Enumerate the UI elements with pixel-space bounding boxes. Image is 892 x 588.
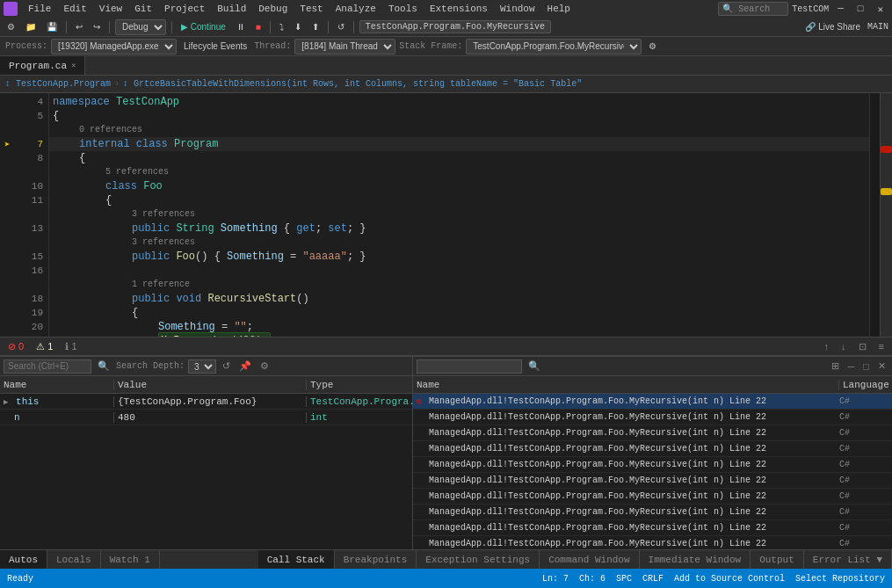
locals-row-this[interactable]: ▶ this {TestConApp.Program.Foo} TestConA… xyxy=(0,394,412,410)
menu-help[interactable]: Help xyxy=(542,3,576,15)
locals-settings-btn[interactable]: ⚙ xyxy=(257,359,272,373)
cs-row-0[interactable]: ⊙ManagedApp.dll!TestConApp.Program.Foo.M… xyxy=(413,394,892,410)
locals-search-btn[interactable]: 🔍 xyxy=(95,359,112,373)
menu-file[interactable]: File xyxy=(23,3,56,15)
gutter-ln10 xyxy=(0,179,14,193)
live-share-btn[interactable]: 🔗 Live Share xyxy=(801,21,864,33)
window-minimize-btn[interactable]: ─ xyxy=(832,3,849,15)
tab-autos[interactable]: Autos xyxy=(0,550,47,569)
breadcrumb-segment2[interactable]: ↕ GrtceBasicTableWithDimensions(int Rows… xyxy=(123,79,582,89)
warning-count-btn[interactable]: ⚠ 1 xyxy=(33,340,55,353)
pause-btn[interactable]: ⏸ xyxy=(233,21,249,33)
callstack-header: Name Language xyxy=(413,376,892,394)
step-over-btn[interactable]: ⤵ xyxy=(276,21,287,33)
nav-next-btn[interactable]: ↓ xyxy=(838,340,849,352)
cs-row-6[interactable]: ManagedApp.dll!TestConApp.Program.Foo.My… xyxy=(413,489,892,505)
tab-exception-settings[interactable]: Exception Settings xyxy=(417,550,540,569)
locals-search-input[interactable] xyxy=(4,359,91,374)
status-spaces: SPC xyxy=(616,574,632,584)
locals-row-this-name: ▶ this xyxy=(0,396,114,407)
menu-tools[interactable]: Tools xyxy=(383,3,423,15)
minimap xyxy=(869,93,880,337)
toolbar-btn-1[interactable]: ⚙ xyxy=(4,21,18,33)
stack-frame-dropdown[interactable]: TestConApp.Program.Foo.MyRecursive xyxy=(466,39,642,54)
locals-panel: 🔍 Search Depth: 3 ↺ 📌 ⚙ Name Value Type … xyxy=(0,357,413,549)
code-line-14-refs: 3 references xyxy=(49,236,869,250)
menu-build[interactable]: Build xyxy=(212,3,251,15)
tab-immediate-window[interactable]: Immediate Window xyxy=(640,550,751,569)
menu-analyze[interactable]: Analyze xyxy=(330,3,381,15)
locals-pin-btn[interactable]: 📌 xyxy=(236,359,254,373)
tab-callstack[interactable]: Call Stack xyxy=(258,550,335,569)
toolbar-btn-2[interactable]: 📁 xyxy=(22,21,40,33)
cs-row-2[interactable]: ManagedApp.dll!TestConApp.Program.Foo.My… xyxy=(413,425,892,441)
stack-frame-selector[interactable]: TestConApp.Program.Foo.MyRecursive xyxy=(359,20,551,33)
tab-close-btn[interactable]: ✕ xyxy=(71,61,76,70)
continue-btn[interactable]: ▶ Continue xyxy=(178,21,229,33)
window-close-btn[interactable]: ✕ xyxy=(872,3,888,16)
locals-row-n[interactable]: n 480 int xyxy=(0,410,412,425)
stop-btn[interactable]: ■ xyxy=(252,21,265,33)
step-out-btn[interactable]: ⬆ xyxy=(308,21,323,33)
nav-prev-btn[interactable]: ↑ xyxy=(822,340,832,352)
error-count-btn[interactable]: ⊘ 0 xyxy=(5,340,26,353)
tab-program-cs[interactable]: Program.ca ✕ xyxy=(0,56,85,75)
config-dropdown[interactable]: Debug xyxy=(115,19,166,35)
tasks-btn[interactable]: ≡ xyxy=(876,340,887,352)
tab-breakpoints[interactable]: Breakpoints xyxy=(335,550,417,569)
cs-row-3[interactable]: ManagedApp.dll!TestConApp.Program.Foo.My… xyxy=(413,441,892,457)
editor-scrollbar[interactable] xyxy=(880,93,892,337)
menu-edit[interactable]: Edit xyxy=(58,3,91,15)
tab-locals[interactable]: Locals xyxy=(47,550,101,569)
cs-col-lang-header: Language xyxy=(839,380,892,390)
cs-row-9[interactable]: ManagedApp.dll!TestConApp.Program.Foo.My… xyxy=(413,536,892,549)
menu-git[interactable]: Git xyxy=(129,3,157,15)
callstack-search-input[interactable] xyxy=(417,359,522,374)
step-into-btn[interactable]: ⬇ xyxy=(291,21,305,33)
tab-output[interactable]: Output xyxy=(751,550,804,569)
search-box-btn[interactable]: 🔍 Search xyxy=(718,2,788,16)
cs-row-name-4: ManagedApp.dll!TestConApp.Program.Foo.My… xyxy=(429,460,839,469)
menu-extensions[interactable]: Extensions xyxy=(424,3,493,15)
breadcrumb-segment1[interactable]: ↕ TestConApp.Program xyxy=(5,79,111,89)
info-count-btn[interactable]: ℹ 1 xyxy=(62,340,79,353)
cs-row-7[interactable]: ManagedApp.dll!TestConApp.Program.Foo.My… xyxy=(413,505,892,520)
menu-test[interactable]: Test xyxy=(294,3,328,15)
menu-debug[interactable]: Debug xyxy=(253,3,293,15)
cs-row-8[interactable]: ManagedApp.dll!TestConApp.Program.Foo.My… xyxy=(413,520,892,536)
locals-refresh-btn[interactable]: ↺ xyxy=(220,359,233,373)
add-to-source-control-btn[interactable]: Add to Source Control xyxy=(674,574,785,584)
process-dropdown[interactable]: [19320] ManagedApp.exe xyxy=(51,39,177,54)
thread-dropdown[interactable]: [8184] Main Thread xyxy=(294,39,395,54)
search-depth-dropdown[interactable]: 3 xyxy=(188,359,216,374)
gutter-ln15 xyxy=(0,250,14,264)
window-maximize-btn[interactable]: □ xyxy=(852,3,869,15)
callstack-columns-btn[interactable]: ⊞ xyxy=(829,359,842,373)
tab-watch1[interactable]: Watch 1 xyxy=(101,550,160,569)
cs-row-5[interactable]: ManagedApp.dll!TestConApp.Program.Foo.My… xyxy=(413,473,892,489)
cs-row-4[interactable]: ManagedApp.dll!TestConApp.Program.Foo.My… xyxy=(413,457,892,473)
code-content[interactable]: namespace TestConApp { 0 references inte… xyxy=(49,93,869,337)
menu-window[interactable]: Window xyxy=(495,3,540,15)
callstack-close-btn[interactable]: ✕ xyxy=(875,359,888,373)
restart-btn[interactable]: ↺ xyxy=(334,21,348,33)
toolbar-btn-3[interactable]: 💾 xyxy=(43,21,61,33)
code-line-15: public Foo() { Something = "aaaaa"; } xyxy=(49,250,869,264)
tab-error-list[interactable]: Error List ▼ xyxy=(804,550,892,569)
callstack-maximize-btn[interactable]: □ xyxy=(860,360,872,373)
col-value-header: Value xyxy=(114,380,307,390)
callstack-search-btn[interactable]: 🔍 xyxy=(526,359,543,373)
tab-command-window[interactable]: Command Window xyxy=(540,550,639,569)
cs-row-name-3: ManagedApp.dll!TestConApp.Program.Foo.My… xyxy=(429,444,839,454)
menu-view[interactable]: View xyxy=(94,3,127,15)
callstack-minimize-btn[interactable]: ─ xyxy=(845,360,858,373)
process-settings-btn[interactable]: ⚙ xyxy=(645,40,660,52)
lifecycle-events-btn[interactable]: Lifecycle Events xyxy=(180,40,250,52)
status-col: Ch: 6 xyxy=(579,574,606,584)
toolbar-btn-redo[interactable]: ↪ xyxy=(90,21,104,33)
cs-row-1[interactable]: ManagedApp.dll!TestConApp.Program.Foo.My… xyxy=(413,410,892,425)
bookmarks-btn[interactable]: ⊡ xyxy=(856,340,869,353)
select-repository-btn[interactable]: Select Repository xyxy=(795,574,885,584)
menu-project[interactable]: Project xyxy=(159,3,210,15)
toolbar-btn-undo[interactable]: ↩ xyxy=(72,21,86,33)
